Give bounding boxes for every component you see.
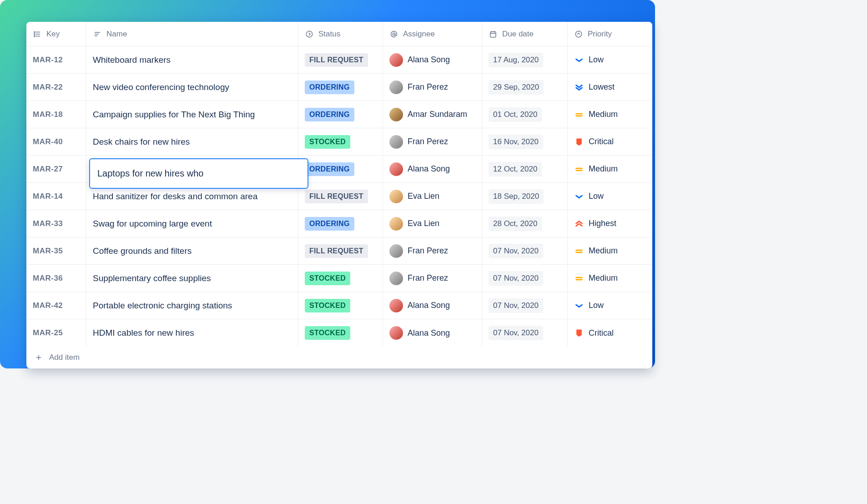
table-row[interactable]: MAR-25HDMI cables for new hiresSTOCKEDAl… — [26, 319, 652, 347]
cell-priority[interactable]: Critical — [568, 319, 652, 347]
cell-name[interactable]: HDMI cables for new hires — [86, 319, 298, 347]
cell-name[interactable]: Supplementary coffee supplies — [86, 265, 298, 292]
cell-due-date[interactable]: 12 Oct, 2020 — [482, 156, 568, 182]
cell-due-date[interactable]: 07 Nov, 2020 — [482, 265, 568, 292]
due-date-chip[interactable]: 07 Nov, 2020 — [489, 271, 543, 286]
cell-due-date[interactable]: 28 Oct, 2020 — [482, 210, 568, 237]
cell-name[interactable]: Coffee grounds and filters — [86, 237, 298, 264]
col-header-due[interactable]: Due date — [482, 22, 568, 46]
col-header-key[interactable]: Key — [26, 22, 86, 46]
due-date-chip[interactable]: 07 Nov, 2020 — [489, 326, 543, 340]
due-date-chip[interactable]: 18 Sep, 2020 — [489, 189, 544, 204]
cell-key[interactable]: MAR-42 — [26, 292, 86, 319]
cell-status[interactable]: STOCKED — [298, 319, 383, 347]
cell-status[interactable]: FILL REQUEST — [298, 237, 383, 264]
due-date-chip[interactable]: 16 Nov, 2020 — [489, 135, 543, 149]
cell-priority[interactable]: Medium — [568, 156, 652, 182]
due-date-chip[interactable]: 07 Nov, 2020 — [489, 244, 543, 258]
cell-status[interactable]: ORDERING — [298, 156, 383, 182]
table-row[interactable]: MAR-33Swag for upcoming large eventORDER… — [26, 210, 652, 237]
cell-assignee[interactable]: Fran Perez — [383, 265, 482, 292]
cell-due-date[interactable]: 17 Aug, 2020 — [482, 46, 568, 73]
status-pill[interactable]: ORDERING — [305, 81, 354, 94]
cell-due-date[interactable]: 07 Nov, 2020 — [482, 292, 568, 319]
cell-status[interactable]: ORDERING — [298, 74, 383, 101]
cell-status[interactable]: FILL REQUEST — [298, 183, 383, 210]
due-date-chip[interactable]: 29 Sep, 2020 — [489, 80, 544, 95]
cell-assignee[interactable]: Eva Lien — [383, 210, 482, 237]
status-pill[interactable]: FILL REQUEST — [305, 244, 368, 258]
cell-due-date[interactable]: 18 Sep, 2020 — [482, 183, 568, 210]
cell-due-date[interactable]: 07 Nov, 2020 — [482, 237, 568, 264]
cell-priority[interactable]: Low — [568, 183, 652, 210]
status-pill[interactable]: ORDERING — [305, 108, 354, 121]
table-row[interactable]: MAR-22New video conferencing technologyO… — [26, 74, 652, 101]
status-pill[interactable]: STOCKED — [305, 272, 350, 285]
cell-priority[interactable]: Highest — [568, 210, 652, 237]
cell-key[interactable]: MAR-35 — [26, 237, 86, 264]
cell-key[interactable]: MAR-40 — [26, 128, 86, 155]
cell-status[interactable]: ORDERING — [298, 210, 383, 237]
name-input[interactable] — [89, 158, 308, 189]
cell-assignee[interactable]: Fran Perez — [383, 128, 482, 155]
cell-due-date[interactable]: 29 Sep, 2020 — [482, 74, 568, 101]
cell-name[interactable]: Campaign supplies for The Next Big Thing — [86, 101, 298, 128]
status-pill[interactable]: FILL REQUEST — [305, 53, 368, 67]
cell-due-date[interactable]: 01 Oct, 2020 — [482, 101, 568, 128]
cell-status[interactable]: FILL REQUEST — [298, 46, 383, 73]
due-date-chip[interactable]: 12 Oct, 2020 — [489, 162, 542, 176]
table-row[interactable]: MAR-42Portable electronic charging stati… — [26, 292, 652, 319]
cell-assignee[interactable]: Alana Song — [383, 292, 482, 319]
cell-key[interactable]: MAR-12 — [26, 46, 86, 73]
cell-assignee[interactable]: Eva Lien — [383, 183, 482, 210]
status-pill[interactable]: STOCKED — [305, 326, 350, 340]
cell-priority[interactable]: Low — [568, 46, 652, 73]
cell-assignee[interactable]: Alana Song — [383, 156, 482, 182]
cell-assignee[interactable]: Alana Song — [383, 46, 482, 73]
table-row[interactable]: MAR-12Whiteboard markersFILL REQUESTAlan… — [26, 46, 652, 74]
status-pill[interactable]: STOCKED — [305, 299, 350, 312]
cell-key[interactable]: MAR-14 — [26, 183, 86, 210]
due-date-chip[interactable]: 01 Oct, 2020 — [489, 107, 542, 122]
cell-status[interactable]: STOCKED — [298, 265, 383, 292]
cell-assignee[interactable]: Alana Song — [383, 319, 482, 347]
table-row[interactable]: MAR-18Campaign supplies for The Next Big… — [26, 101, 652, 128]
cell-status[interactable]: STOCKED — [298, 128, 383, 155]
cell-name[interactable]: New video conferencing technology — [86, 74, 298, 101]
cell-priority[interactable]: Lowest — [568, 74, 652, 101]
due-date-chip[interactable]: 28 Oct, 2020 — [489, 217, 542, 231]
col-header-name[interactable]: Name — [86, 22, 298, 46]
due-date-chip[interactable]: 17 Aug, 2020 — [489, 53, 543, 67]
cell-name[interactable]: Portable electronic charging stations — [86, 292, 298, 319]
cell-key[interactable]: MAR-22 — [26, 74, 86, 101]
cell-key[interactable]: MAR-33 — [26, 210, 86, 237]
status-pill[interactable]: ORDERING — [305, 217, 354, 231]
cell-priority[interactable]: Medium — [568, 101, 652, 128]
col-header-assignee[interactable]: Assignee — [383, 22, 482, 46]
cell-key[interactable]: MAR-36 — [26, 265, 86, 292]
cell-assignee[interactable]: Fran Perez — [383, 74, 482, 101]
status-pill[interactable]: FILL REQUEST — [305, 190, 368, 203]
cell-key[interactable]: MAR-25 — [26, 319, 86, 347]
table-row[interactable]: MAR-40Desk chairs for new hiresSTOCKEDFr… — [26, 128, 652, 156]
add-item-button[interactable]: Add item — [26, 347, 652, 368]
cell-assignee[interactable]: Fran Perez — [383, 237, 482, 264]
status-pill[interactable]: STOCKED — [305, 135, 350, 149]
status-pill[interactable]: ORDERING — [305, 162, 354, 176]
cell-status[interactable]: ORDERING — [298, 101, 383, 128]
cell-key[interactable]: MAR-18 — [26, 101, 86, 128]
table-row[interactable]: MAR-27ORDERINGAlana Song12 Oct, 2020Medi… — [26, 156, 652, 183]
cell-priority[interactable]: Critical — [568, 128, 652, 155]
table-row[interactable]: MAR-35Coffee grounds and filtersFILL REQ… — [26, 237, 652, 265]
cell-name[interactable] — [86, 156, 298, 182]
col-header-status[interactable]: Status — [298, 22, 383, 46]
col-header-priority[interactable]: Priority — [568, 22, 652, 46]
cell-priority[interactable]: Low — [568, 292, 652, 319]
cell-due-date[interactable]: 07 Nov, 2020 — [482, 319, 568, 347]
cell-status[interactable]: STOCKED — [298, 292, 383, 319]
cell-name[interactable]: Whiteboard markers — [86, 46, 298, 73]
cell-priority[interactable]: Medium — [568, 265, 652, 292]
cell-key[interactable]: MAR-27 — [26, 156, 86, 182]
cell-assignee[interactable]: Amar Sundaram — [383, 101, 482, 128]
cell-name[interactable]: Desk chairs for new hires — [86, 128, 298, 155]
